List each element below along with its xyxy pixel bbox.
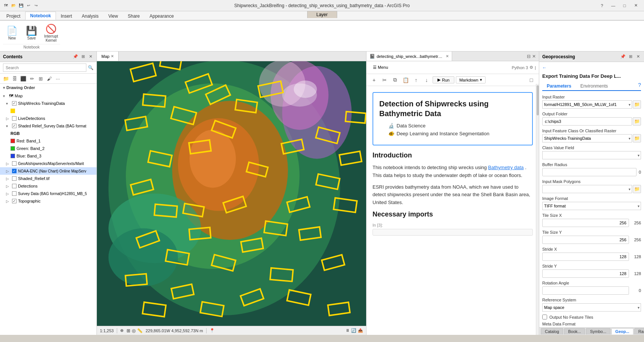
drawing-order-chevron[interactable]: ▾ xyxy=(3,86,5,90)
map-content[interactable] xyxy=(97,61,366,326)
close-button[interactable]: ✕ xyxy=(630,2,641,9)
bottom-tab-symbology[interactable]: Symbo... xyxy=(586,328,610,334)
layer-item-green-band2[interactable]: Green: Band_2 xyxy=(0,145,97,152)
buffer-radius-input[interactable] xyxy=(542,168,636,176)
notebook-options-icon[interactable]: ✕ xyxy=(532,54,536,59)
input-mask-folder-btn[interactable]: 📁 xyxy=(633,185,641,193)
layer-item-blue-band3[interactable]: Blue: Band_3 xyxy=(0,152,97,160)
input-raster-folder-btn[interactable]: 📁 xyxy=(633,100,641,109)
layer-item-shipwrecks-training[interactable]: ▾ ShipWrecks-TrainingData xyxy=(0,100,97,107)
tab-view[interactable]: View xyxy=(103,12,123,20)
shipwrecks-checkbox[interactable] xyxy=(12,101,17,106)
geo-options-icon[interactable]: ⊞ xyxy=(627,54,633,60)
topographic-expand[interactable]: ▷ xyxy=(6,199,11,203)
live-expand[interactable]: ▷ xyxy=(6,117,11,121)
stride-y-input[interactable] xyxy=(542,269,629,278)
input-mask-select[interactable] xyxy=(542,185,632,193)
rotation-angle-input[interactable] xyxy=(542,286,629,295)
search-icon[interactable]: 🔍 xyxy=(88,65,94,70)
shaded-relief-bag-expand[interactable]: ▾ xyxy=(6,124,11,128)
cell-type-dropdown[interactable]: Markdown ▾ xyxy=(456,76,486,83)
map-tab-close[interactable]: ✕ xyxy=(111,54,114,58)
geo-tab-parameters[interactable]: Parameters xyxy=(542,82,576,91)
layer-item-red-band1[interactable]: Red: Band_1 xyxy=(0,137,97,145)
grid-icon[interactable]: ⊞ xyxy=(127,328,130,333)
save-button[interactable]: 💾 Save xyxy=(23,23,41,44)
undo-icon[interactable]: ↩ xyxy=(26,3,32,9)
reference-system-select[interactable]: Map space xyxy=(542,303,641,312)
add-cell-button[interactable]: + xyxy=(370,76,379,85)
layer-item-shaded-relief-tif[interactable]: ▷ Shaded_Relief.tif xyxy=(0,175,97,182)
symbol-icon[interactable]: 🖌 xyxy=(45,75,53,82)
input-feature-select[interactable]: ShipWrecks-TrainingData xyxy=(542,134,632,142)
geoai-expand[interactable]: ▷ xyxy=(6,162,11,166)
topographic-checkbox[interactable] xyxy=(12,199,17,203)
refresh-icon[interactable]: 🔄 xyxy=(351,328,356,333)
class-value-select[interactable] xyxy=(542,151,641,159)
tab-project[interactable]: Project xyxy=(2,12,25,20)
output-folder-btn[interactable]: 📁 xyxy=(633,117,641,126)
paste-button[interactable]: 📋 xyxy=(401,76,410,85)
shaded-relief-bag-checkbox[interactable] xyxy=(12,124,17,128)
layer-item-geoai[interactable]: ▷ GeoAIshipwrecks/MapServer/exts/Marit xyxy=(0,160,97,167)
square-btn[interactable]: □ xyxy=(527,76,536,85)
tab-insert[interactable]: Insert xyxy=(56,12,77,20)
geo-back-button[interactable]: ← xyxy=(542,65,641,70)
new-button[interactable]: 📄 New xyxy=(3,23,21,44)
notebook-tab[interactable]: 📓 detecting_ship_wreck...bathymetry_data… xyxy=(366,51,452,61)
noaa-checkbox[interactable] xyxy=(12,169,17,173)
contents-options-icon[interactable]: ⊞ xyxy=(80,54,86,60)
layer-item-detections[interactable]: ▷ Detections xyxy=(0,182,97,190)
scissors-button[interactable]: ✂ xyxy=(380,76,389,85)
pause-icon[interactable]: ⏸ xyxy=(345,328,350,333)
menu-button[interactable]: ☰ Menu xyxy=(370,64,392,71)
map-expand-icon[interactable]: ▾ xyxy=(3,94,8,98)
layer-item-map[interactable]: ▾ 🗺 Map xyxy=(0,92,97,100)
layer-tab[interactable]: Layer xyxy=(307,11,337,18)
layer-item-swatch-yellow[interactable] xyxy=(0,107,97,115)
database-icon[interactable]: 🗄 xyxy=(11,75,18,82)
noaa-expand[interactable]: ▷ xyxy=(6,169,11,173)
tile-size-x-input[interactable] xyxy=(542,219,629,227)
layer-item-topographic[interactable]: ▷ Topographic xyxy=(0,197,97,205)
bathymetry-link[interactable]: Bathymetry data xyxy=(488,165,524,170)
help-button[interactable]: ? xyxy=(597,2,607,9)
survey-data-checkbox[interactable] xyxy=(12,191,17,196)
redo-icon[interactable]: ↪ xyxy=(33,3,39,9)
notebook-expand-icon[interactable]: ⊟ xyxy=(527,54,531,59)
tab-share[interactable]: Share xyxy=(123,12,145,20)
search-input[interactable] xyxy=(3,64,86,72)
run-button[interactable]: ▶ Run xyxy=(433,76,454,83)
copy-button[interactable]: ⧉ xyxy=(391,76,400,85)
detections-checkbox[interactable] xyxy=(12,184,17,188)
geo-tab-environments[interactable]: Environments xyxy=(576,82,612,90)
geo-pin-icon[interactable]: 📌 xyxy=(620,54,626,60)
survey-data-expand[interactable]: ▷ xyxy=(6,192,11,196)
bottom-tab-raster[interactable]: Raster... xyxy=(634,328,644,334)
layer-item-survey-data-bag[interactable]: ▷ Survey Data (BAG format)H12891_MB_5 xyxy=(0,190,97,197)
feature-icon[interactable]: ⬛ xyxy=(20,75,27,82)
layer-folder-icon[interactable]: 📁 xyxy=(2,75,10,82)
no-feature-tiles-checkbox[interactable] xyxy=(542,315,547,319)
tab-analysis[interactable]: Analysis xyxy=(77,12,104,20)
move-down-button[interactable]: ↓ xyxy=(422,76,431,85)
contents-close-icon[interactable]: ✕ xyxy=(87,54,94,60)
live-checkbox[interactable] xyxy=(12,116,17,121)
interrupt-kernel-button[interactable]: 🚫 InterruptKernel xyxy=(42,23,60,44)
shaded-relief-tif-expand[interactable]: ▷ xyxy=(6,177,11,181)
notebook-tab-close[interactable]: ✕ xyxy=(446,54,449,58)
contents-pin-icon[interactable]: 📌 xyxy=(72,54,78,60)
notebook-scrollbar-thumb[interactable] xyxy=(537,85,539,115)
compass-icon[interactable]: ◎ xyxy=(132,328,136,333)
bottom-tab-geoprocessing[interactable]: Geop... xyxy=(611,328,633,334)
more-icon[interactable]: ··· xyxy=(54,75,62,82)
measure-icon[interactable]: 📏 xyxy=(137,328,143,333)
layer-item-live-detections[interactable]: ▷ LiveDetections xyxy=(0,115,97,122)
map-tab[interactable]: Map ✕ xyxy=(97,51,119,61)
share-map-icon[interactable]: 📤 xyxy=(358,328,363,333)
minimize-button[interactable]: — xyxy=(608,2,618,9)
detections-expand[interactable]: ▷ xyxy=(6,184,11,188)
input-raster-select[interactable]: format/H12891_MB_50cm_MLLW_1of1 xyxy=(542,100,632,109)
geoai-checkbox[interactable] xyxy=(12,161,17,166)
shipwrecks-expand[interactable]: ▾ xyxy=(6,101,11,106)
